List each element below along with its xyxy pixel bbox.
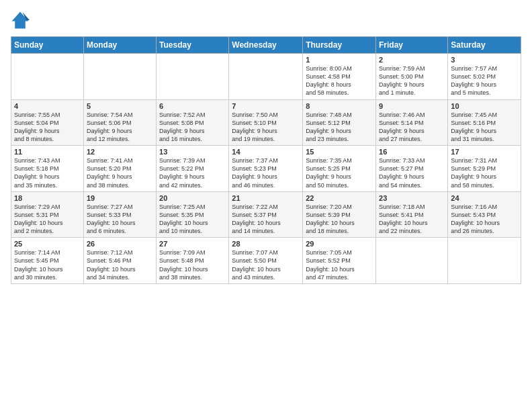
day-info: Sunrise: 7:12 AM Sunset: 5:46 PM Dayligh… [87,248,153,281]
day-cell [83,54,156,100]
day-cell: 24Sunrise: 7:16 AM Sunset: 5:43 PM Dayli… [448,191,521,238]
day-number: 21 [232,194,300,202]
day-cell: 28Sunrise: 7:07 AM Sunset: 5:50 PM Dayli… [229,238,303,284]
day-cell: 11Sunrise: 7:43 AM Sunset: 5:18 PM Dayli… [11,146,84,192]
day-number: 19 [87,194,153,202]
day-number: 12 [87,148,153,156]
svg-marker-0 [12,12,29,29]
day-number: 27 [159,240,226,248]
weekday-header-row: SundayMondayTuesdayWednesdayThursdayFrid… [11,37,521,54]
day-info: Sunrise: 7:16 AM Sunset: 5:43 PM Dayligh… [451,203,518,236]
day-number: 13 [159,148,226,156]
day-number: 15 [306,148,373,156]
day-number: 14 [232,148,300,156]
day-number: 16 [379,148,445,156]
calendar-page: SundayMondayTuesdayWednesdayThursdayFrid… [0,0,532,289]
day-number: 6 [159,102,226,110]
day-info: Sunrise: 7:27 AM Sunset: 5:33 PM Dayligh… [87,203,153,236]
day-number: 5 [87,102,153,110]
day-cell [448,238,521,284]
day-info: Sunrise: 7:18 AM Sunset: 5:41 PM Dayligh… [379,203,445,236]
day-info: Sunrise: 7:41 AM Sunset: 5:20 PM Dayligh… [87,156,153,189]
week-row-4: 18Sunrise: 7:29 AM Sunset: 5:31 PM Dayli… [11,191,521,238]
week-row-5: 25Sunrise: 7:14 AM Sunset: 5:45 PM Dayli… [11,238,521,284]
weekday-header-tuesday: Tuesday [157,37,229,54]
day-number: 2 [379,56,445,64]
day-number: 4 [14,102,81,110]
day-number: 17 [451,148,518,156]
day-cell: 23Sunrise: 7:18 AM Sunset: 5:41 PM Dayli… [376,191,448,238]
day-info: Sunrise: 7:45 AM Sunset: 5:16 PM Dayligh… [451,111,518,144]
weekday-header-wednesday: Wednesday [229,37,303,54]
day-cell: 25Sunrise: 7:14 AM Sunset: 5:45 PM Dayli… [11,238,84,284]
day-info: Sunrise: 7:59 AM Sunset: 5:00 PM Dayligh… [379,64,445,97]
day-cell: 17Sunrise: 7:31 AM Sunset: 5:29 PM Dayli… [448,146,521,192]
day-cell: 10Sunrise: 7:45 AM Sunset: 5:16 PM Dayli… [448,99,521,146]
day-info: Sunrise: 7:52 AM Sunset: 5:08 PM Dayligh… [159,111,226,144]
day-number: 26 [87,240,153,248]
day-number: 23 [379,194,445,202]
day-cell [229,54,303,100]
day-cell: 14Sunrise: 7:37 AM Sunset: 5:23 PM Dayli… [229,146,303,192]
day-number: 29 [306,240,373,248]
day-number: 22 [306,194,373,202]
calendar-table: SundayMondayTuesdayWednesdayThursdayFrid… [11,36,521,284]
day-info: Sunrise: 7:48 AM Sunset: 5:12 PM Dayligh… [306,111,373,144]
day-info: Sunrise: 7:22 AM Sunset: 5:37 PM Dayligh… [232,203,300,236]
day-cell: 3Sunrise: 7:57 AM Sunset: 5:02 PM Daylig… [448,54,521,100]
day-info: Sunrise: 8:00 AM Sunset: 4:58 PM Dayligh… [306,64,373,97]
day-cell [157,54,229,100]
day-cell: 18Sunrise: 7:29 AM Sunset: 5:31 PM Dayli… [11,191,84,238]
day-info: Sunrise: 7:55 AM Sunset: 5:04 PM Dayligh… [14,111,81,144]
day-number: 3 [451,56,518,64]
day-info: Sunrise: 7:33 AM Sunset: 5:27 PM Dayligh… [379,156,445,189]
day-cell: 20Sunrise: 7:25 AM Sunset: 5:35 PM Dayli… [157,191,229,238]
day-cell: 16Sunrise: 7:33 AM Sunset: 5:27 PM Dayli… [376,146,448,192]
day-number: 28 [232,240,300,248]
day-cell [376,238,448,284]
day-info: Sunrise: 7:20 AM Sunset: 5:39 PM Dayligh… [306,203,373,236]
weekday-header-friday: Friday [376,37,448,54]
week-row-1: 1Sunrise: 8:00 AM Sunset: 4:58 PM Daylig… [11,54,521,100]
day-cell: 8Sunrise: 7:48 AM Sunset: 5:12 PM Daylig… [303,99,376,146]
weekday-header-sunday: Sunday [11,37,84,54]
day-cell: 2Sunrise: 7:59 AM Sunset: 5:00 PM Daylig… [376,54,448,100]
week-row-2: 4Sunrise: 7:55 AM Sunset: 5:04 PM Daylig… [11,99,521,146]
logo [11,11,32,30]
day-cell: 5Sunrise: 7:54 AM Sunset: 5:06 PM Daylig… [83,99,156,146]
day-number: 24 [451,194,518,202]
day-cell: 26Sunrise: 7:12 AM Sunset: 5:46 PM Dayli… [83,238,156,284]
day-info: Sunrise: 7:05 AM Sunset: 5:52 PM Dayligh… [306,248,373,281]
day-cell: 1Sunrise: 8:00 AM Sunset: 4:58 PM Daylig… [303,54,376,100]
day-cell: 29Sunrise: 7:05 AM Sunset: 5:52 PM Dayli… [303,238,376,284]
day-cell: 12Sunrise: 7:41 AM Sunset: 5:20 PM Dayli… [83,146,156,192]
weekday-header-monday: Monday [83,37,156,54]
day-cell: 13Sunrise: 7:39 AM Sunset: 5:22 PM Dayli… [157,146,229,192]
week-row-3: 11Sunrise: 7:43 AM Sunset: 5:18 PM Dayli… [11,146,521,192]
day-number: 7 [232,102,300,110]
day-info: Sunrise: 7:25 AM Sunset: 5:35 PM Dayligh… [159,203,226,236]
day-number: 10 [451,102,518,110]
day-cell: 9Sunrise: 7:46 AM Sunset: 5:14 PM Daylig… [376,99,448,146]
day-cell: 15Sunrise: 7:35 AM Sunset: 5:25 PM Dayli… [303,146,376,192]
day-cell: 21Sunrise: 7:22 AM Sunset: 5:37 PM Dayli… [229,191,303,238]
header [11,11,521,30]
day-info: Sunrise: 7:09 AM Sunset: 5:48 PM Dayligh… [159,248,226,281]
day-cell: 19Sunrise: 7:27 AM Sunset: 5:33 PM Dayli… [83,191,156,238]
day-number: 11 [14,148,81,156]
day-number: 25 [14,240,81,248]
day-info: Sunrise: 7:14 AM Sunset: 5:45 PM Dayligh… [14,248,81,281]
day-cell: 7Sunrise: 7:50 AM Sunset: 5:10 PM Daylig… [229,99,303,146]
day-number: 18 [14,194,81,202]
day-info: Sunrise: 7:46 AM Sunset: 5:14 PM Dayligh… [379,111,445,144]
day-cell: 27Sunrise: 7:09 AM Sunset: 5:48 PM Dayli… [157,238,229,284]
day-cell [11,54,84,100]
weekday-header-saturday: Saturday [448,37,521,54]
day-number: 8 [306,102,373,110]
day-cell: 22Sunrise: 7:20 AM Sunset: 5:39 PM Dayli… [303,191,376,238]
day-info: Sunrise: 7:54 AM Sunset: 5:06 PM Dayligh… [87,111,153,144]
day-info: Sunrise: 7:50 AM Sunset: 5:10 PM Dayligh… [232,111,300,144]
day-info: Sunrise: 7:43 AM Sunset: 5:18 PM Dayligh… [14,156,81,189]
day-cell: 6Sunrise: 7:52 AM Sunset: 5:08 PM Daylig… [157,99,229,146]
day-cell: 4Sunrise: 7:55 AM Sunset: 5:04 PM Daylig… [11,99,84,146]
